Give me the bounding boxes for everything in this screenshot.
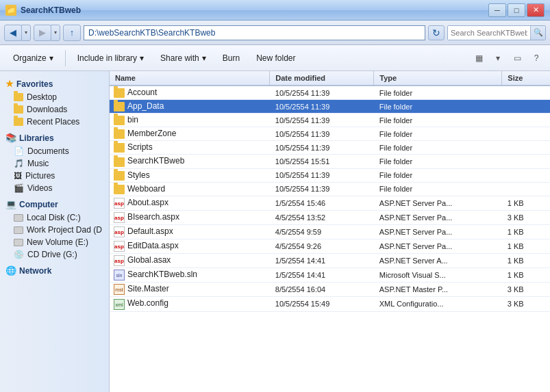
table-row[interactable]: Scripts 10/5/2554 11:39 File folder xyxy=(110,141,550,155)
view-dropdown[interactable]: ▾ xyxy=(490,50,506,66)
file-name: Scripts xyxy=(110,141,270,155)
include-button[interactable]: Include in library ▾ xyxy=(70,48,151,68)
file-name: MemberZone xyxy=(110,127,270,141)
sidebar-item-local-disk[interactable]: Local Disk (C:) xyxy=(0,211,109,224)
up-button[interactable]: ↑ xyxy=(63,25,81,41)
file-type: ASP.NET Server A... xyxy=(374,254,502,268)
file-size: 1 KB xyxy=(502,196,550,210)
minimize-button[interactable]: ─ xyxy=(488,3,506,17)
sidebar-item-videos[interactable]: 🎬 Videos xyxy=(0,182,109,194)
sidebar-item-new-volume[interactable]: New Volume (E:) xyxy=(0,236,109,248)
folder-icon xyxy=(114,102,125,112)
table-row[interactable]: Styles 10/5/2554 11:39 File folder xyxy=(110,168,550,182)
config-icon: xml xyxy=(114,299,125,310)
col-size[interactable]: Size xyxy=(502,71,550,86)
back-dropdown[interactable]: ▾ xyxy=(21,25,31,41)
folder-icon xyxy=(14,105,23,114)
file-name: aspBIsearch.aspx xyxy=(110,210,270,224)
preview-button[interactable]: ▭ xyxy=(509,50,525,66)
aspx-icon: asp xyxy=(114,226,125,237)
sidebar-item-label: Documents xyxy=(27,146,69,156)
help-button[interactable]: ? xyxy=(528,50,545,66)
file-date: 1/5/2554 14:41 xyxy=(270,268,374,283)
forward-button[interactable]: ▶ xyxy=(34,25,51,41)
table-row[interactable]: Webboard 10/5/2554 11:39 File folder xyxy=(110,182,550,196)
file-date: 10/5/2554 11:39 xyxy=(270,182,374,196)
table-row[interactable]: aspBIsearch.aspx 4/5/2554 13:52 ASP.NET … xyxy=(110,210,550,224)
sidebar-item-recent[interactable]: Recent Places xyxy=(0,116,109,128)
table-row[interactable]: aspEditData.aspx 4/5/2554 9:26 ASP.NET S… xyxy=(110,239,550,254)
table-row[interactable]: bin 10/5/2554 11:39 File folder xyxy=(110,114,550,127)
table-row[interactable]: aspGlobal.asax 1/5/2554 14:41 ASP.NET Se… xyxy=(110,254,550,268)
view-button[interactable]: ▦ xyxy=(471,50,487,66)
file-name: aspAbout.aspx xyxy=(110,196,270,210)
folder-icon xyxy=(114,143,125,153)
sidebar-item-cd-drive[interactable]: 💿 CD Drive (G:) xyxy=(0,248,109,261)
share-button[interactable]: Share with ▾ xyxy=(153,48,214,68)
file-type: Microsoft Visual S... xyxy=(374,268,502,283)
file-table: Name Date modified Type Size Account 10/… xyxy=(110,71,550,312)
network-header[interactable]: 🌐 Network xyxy=(0,263,109,278)
new-folder-button[interactable]: New folder xyxy=(249,48,303,68)
file-date: 4/5/2554 9:59 xyxy=(270,224,374,239)
sln-icon: sln xyxy=(114,270,125,280)
col-date-modified[interactable]: Date modified xyxy=(270,71,374,86)
file-name: bin xyxy=(110,114,270,127)
refresh-button[interactable]: ↻ xyxy=(428,25,445,40)
documents-icon: 📄 xyxy=(14,146,24,156)
address-bar: ◀ ▾ ▶ ▾ ↑ ↻ 🔍 xyxy=(0,21,550,45)
file-name: Account xyxy=(110,86,270,100)
table-row[interactable]: aspDefault.aspx 4/5/2554 9:59 ASP.NET Se… xyxy=(110,224,550,239)
file-date: 10/5/2554 11:39 xyxy=(270,168,374,182)
sidebar-item-pictures[interactable]: 🖼 Pictures xyxy=(0,170,109,182)
folder-icon xyxy=(14,93,23,101)
file-size: 1 KB xyxy=(502,254,550,268)
search-button[interactable]: 🔍 xyxy=(530,26,545,40)
table-row[interactable]: aspAbout.aspx 1/5/2554 15:46 ASP.NET Ser… xyxy=(110,196,550,210)
table-row[interactable]: App_Data 10/5/2554 11:39 File folder xyxy=(110,100,550,114)
close-button[interactable]: ✕ xyxy=(527,3,545,17)
toolbar-right: ▦ ▾ ▭ ? xyxy=(471,50,545,66)
address-input[interactable] xyxy=(84,25,425,40)
favorites-header[interactable]: ★ Favorites xyxy=(0,77,109,91)
sidebar-item-label: Music xyxy=(27,159,49,168)
pictures-icon: 🖼 xyxy=(14,171,22,181)
drive-icon xyxy=(14,226,23,234)
file-type: File folder xyxy=(374,182,502,196)
table-row[interactable]: mstSite.Master 8/5/2554 16:04 ASP.NET Ma… xyxy=(110,283,550,297)
sidebar-item-documents[interactable]: 📄 Documents xyxy=(0,145,109,157)
libraries-icon: 📚 xyxy=(5,133,16,143)
col-type[interactable]: Type xyxy=(374,71,502,86)
table-row[interactable]: MemberZone 10/5/2554 11:39 File folder xyxy=(110,127,550,141)
table-row[interactable]: slnSearchKTBweb.sln 1/5/2554 14:41 Micro… xyxy=(110,268,550,283)
file-size: 3 KB xyxy=(502,283,550,297)
organize-button[interactable]: Organize ▾ xyxy=(5,48,61,68)
table-row[interactable]: SearchKTBweb 10/5/2554 15:51 File folder xyxy=(110,155,550,168)
file-name: xmlWeb.config xyxy=(110,297,270,311)
burn-button[interactable]: Burn xyxy=(215,48,247,68)
file-date: 10/5/2554 11:39 xyxy=(270,127,374,141)
file-name: slnSearchKTBweb.sln xyxy=(110,268,270,283)
sidebar-item-downloads[interactable]: Downloads xyxy=(0,103,109,116)
col-name[interactable]: Name xyxy=(110,71,270,86)
libraries-header[interactable]: 📚 Libraries xyxy=(0,131,109,145)
computer-header[interactable]: 💻 Computer xyxy=(0,197,109,211)
table-row[interactable]: xmlWeb.config 10/5/2554 15:49 XML Config… xyxy=(110,297,550,311)
file-type: File folder xyxy=(374,141,502,155)
sidebar-item-desktop[interactable]: Desktop xyxy=(0,91,109,103)
folder-icon xyxy=(114,157,125,167)
folder-icon xyxy=(114,129,125,139)
maximize-button[interactable]: □ xyxy=(508,3,525,17)
computer-label: Computer xyxy=(19,200,58,209)
sidebar-item-music[interactable]: 🎵 Music xyxy=(0,157,109,170)
forward-dropdown[interactable]: ▾ xyxy=(51,25,60,41)
file-date: 8/5/2554 16:04 xyxy=(270,283,374,297)
search-input[interactable] xyxy=(448,26,530,40)
sidebar-item-work-project[interactable]: Work Project Dad (D xyxy=(0,224,109,236)
file-name: aspDefault.aspx xyxy=(110,224,270,239)
file-size: 1 KB xyxy=(502,268,550,283)
file-size xyxy=(502,114,550,127)
back-button[interactable]: ◀ xyxy=(4,25,22,41)
file-date: 10/5/2554 11:39 xyxy=(270,100,374,114)
table-row[interactable]: Account 10/5/2554 11:39 File folder xyxy=(110,86,550,100)
